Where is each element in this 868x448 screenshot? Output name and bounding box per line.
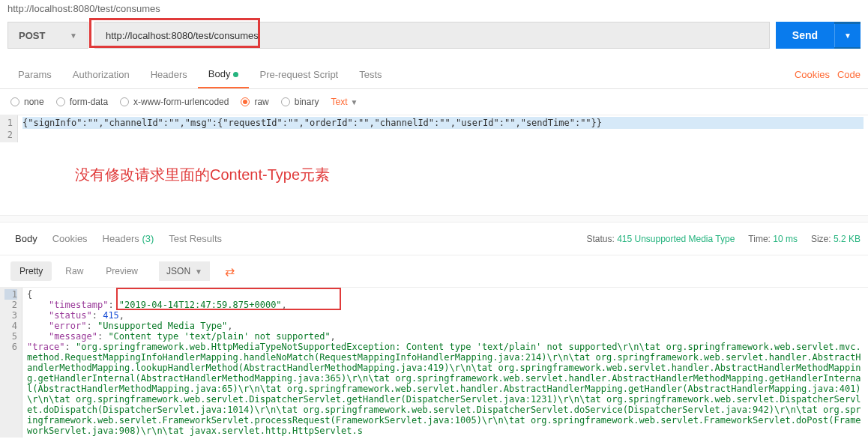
resp-tab-cookies[interactable]: Cookies xyxy=(45,227,95,250)
response-tabs: Body Cookies Headers (3) Test Results St… xyxy=(0,223,868,255)
cookies-link[interactable]: Cookies xyxy=(795,69,830,80)
json-line: "trace": "org.springframework.web.HttpMe… xyxy=(27,342,864,436)
view-pretty[interactable]: Pretty xyxy=(10,261,52,281)
view-raw[interactable]: Raw xyxy=(56,261,92,281)
radio-binary-label: binary xyxy=(295,97,319,107)
annotation-text: 没有修改请求里面的Content-Type元素 xyxy=(0,142,868,208)
method-select[interactable]: POST ▼ xyxy=(7,22,88,49)
send-button-group: Send ▼ xyxy=(776,22,861,49)
response-meta: Status: 415 Unsupported Media Type Time:… xyxy=(586,234,861,244)
dot-indicator-icon xyxy=(233,72,238,77)
radio-none[interactable]: none xyxy=(10,97,44,107)
radio-icon xyxy=(241,97,250,106)
code-link[interactable]: Code xyxy=(837,69,861,80)
tab-params[interactable]: Params xyxy=(7,61,62,88)
view-bar: Pretty Raw Preview JSON▼ ⇄ xyxy=(0,255,868,288)
tab-body-label: Body xyxy=(208,68,231,79)
chevron-down-icon: ▼ xyxy=(195,267,202,276)
request-tabs: Params Authorization Headers Body Pre-re… xyxy=(0,61,868,89)
status-label: Status: xyxy=(586,234,614,244)
radio-icon xyxy=(56,97,65,106)
chevron-down-icon: ▼ xyxy=(350,98,358,106)
size-value: 5.2 KB xyxy=(834,234,861,244)
radio-xwww-label: x-www-form-urlencoded xyxy=(133,97,229,107)
panel-divider[interactable] xyxy=(0,215,868,223)
code-line: {"signInfo":"","channelId":"","msg":{"re… xyxy=(22,117,864,129)
request-body-editor[interactable]: 12 {"signInfo":"","channelId":"","msg":{… xyxy=(0,115,868,142)
tab-authorization[interactable]: Authorization xyxy=(62,61,140,88)
time-value: 10 ms xyxy=(773,234,798,244)
radio-icon xyxy=(120,97,129,106)
json-line: { xyxy=(27,289,864,300)
tab-tests[interactable]: Tests xyxy=(349,61,392,88)
chevron-down-icon: ▼ xyxy=(70,31,77,40)
headers-count: (3) xyxy=(142,233,154,244)
tab-headers[interactable]: Headers xyxy=(140,61,198,88)
raw-type-dropdown[interactable]: Text▼ xyxy=(331,97,358,107)
radio-binary[interactable]: binary xyxy=(281,97,319,107)
radio-none-label: none xyxy=(24,97,44,107)
radio-raw[interactable]: raw xyxy=(241,97,268,107)
send-dropdown-button[interactable]: ▼ xyxy=(834,24,861,47)
radio-icon xyxy=(10,97,19,106)
tab-prerequest[interactable]: Pre-request Script xyxy=(249,61,349,88)
resp-tab-testresults[interactable]: Test Results xyxy=(161,227,229,250)
time-label: Time: xyxy=(748,234,771,244)
radio-icon xyxy=(281,97,290,106)
wrap-lines-icon[interactable]: ⇄ xyxy=(225,264,235,279)
status-value: 415 Unsupported Media Type xyxy=(617,234,735,244)
response-body-viewer[interactable]: 123456 { "timestamp": "2019-04-14T12:47:… xyxy=(0,288,868,438)
line-gutter: 123456 xyxy=(0,288,22,438)
json-line: "error": "Unsupported Media Type", xyxy=(27,321,864,331)
format-dropdown[interactable]: JSON▼ xyxy=(159,261,210,281)
format-label: JSON xyxy=(166,266,190,276)
code-line xyxy=(22,129,864,141)
view-preview[interactable]: Preview xyxy=(97,261,147,281)
radio-formdata[interactable]: form-data xyxy=(56,97,108,107)
send-button[interactable]: Send xyxy=(776,22,834,49)
radio-xwww[interactable]: x-www-form-urlencoded xyxy=(120,97,229,107)
url-input-wrap xyxy=(94,22,770,49)
radio-raw-label: raw xyxy=(254,97,268,107)
resp-tab-body[interactable]: Body xyxy=(7,227,45,250)
breadcrumb-url: http://localhost:8080/test/consumes xyxy=(0,0,868,17)
json-line: "status": 415, xyxy=(27,310,864,321)
url-input[interactable] xyxy=(95,24,769,47)
tab-body[interactable]: Body xyxy=(198,61,250,88)
json-line: "message": "Content type 'text/plain' no… xyxy=(27,331,864,342)
resp-tab-headers-label: Headers xyxy=(103,233,139,244)
size-label: Size: xyxy=(811,234,831,244)
radio-formdata-label: form-data xyxy=(70,97,108,107)
body-type-row: none form-data x-www-form-urlencoded raw… xyxy=(0,89,868,115)
line-gutter: 12 xyxy=(0,115,18,142)
json-line: "timestamp": "2019-04-14T12:47:59.875+00… xyxy=(27,300,864,310)
method-label: POST xyxy=(19,30,45,41)
json-code[interactable]: { "timestamp": "2019-04-14T12:47:59.875+… xyxy=(22,288,868,438)
request-bar: POST ▼ Send ▼ xyxy=(0,17,868,53)
code-area[interactable]: {"signInfo":"","channelId":"","msg":{"re… xyxy=(18,115,868,142)
resp-tab-headers[interactable]: Headers (3) xyxy=(95,227,162,250)
raw-type-label: Text xyxy=(331,97,347,107)
